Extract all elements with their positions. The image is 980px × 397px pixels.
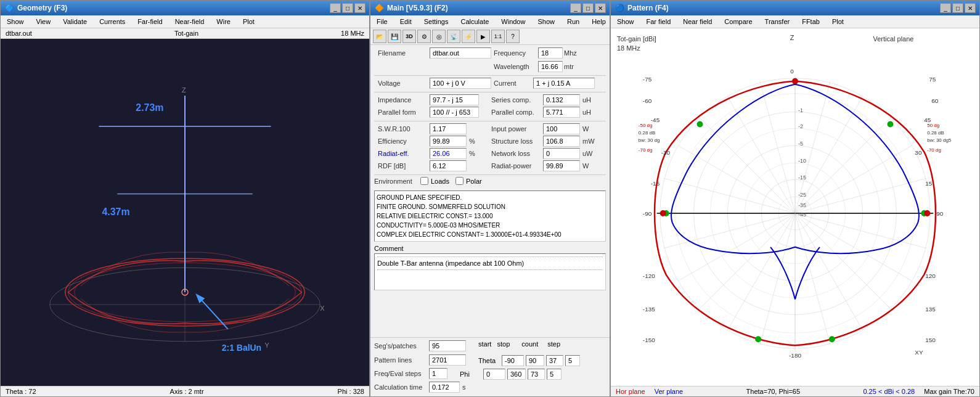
- series-comp-unit: uH: [582, 96, 598, 104]
- wavelength-input[interactable]: [538, 61, 563, 72]
- svg-text:-50 dg: -50 dg: [639, 123, 653, 128]
- svg-text:Z: Z: [182, 86, 186, 94]
- swr-label: S.W.R.100: [378, 125, 427, 133]
- toolbar-ratio[interactable]: 1:1: [491, 30, 505, 43]
- geometry-window-icon: 🔷: [4, 3, 14, 13]
- toolbar-run[interactable]: ▶: [476, 30, 490, 43]
- restore-button[interactable]: □: [342, 3, 353, 13]
- voltage-input[interactable]: [430, 78, 491, 89]
- freq-eval-input[interactable]: [429, 368, 447, 379]
- rdf-input[interactable]: [430, 160, 467, 171]
- pat-menu-transfer[interactable]: Transfer: [761, 17, 794, 27]
- hor-plane-label: Hor plane: [616, 388, 645, 395]
- phi-stop[interactable]: [507, 369, 526, 380]
- pattern-canvas[interactable]: Tot-gain [dBi] 18 MHz Vertical plane Z: [611, 28, 979, 386]
- main-close[interactable]: ✕: [595, 3, 606, 13]
- current-input[interactable]: [533, 78, 595, 89]
- loads-checkbox[interactable]: [420, 177, 428, 185]
- toolbar-calc[interactable]: ⚙: [417, 30, 431, 43]
- toolbar-save[interactable]: 💾: [388, 30, 401, 43]
- pat-menu-fftab[interactable]: FFtab: [798, 17, 823, 27]
- main-menu-edit[interactable]: Edit: [396, 17, 415, 27]
- svg-point-52: [792, 78, 798, 84]
- main-title: Main [V5.9.3] (F2): [387, 4, 448, 12]
- series-comp-input[interactable]: [543, 94, 580, 105]
- radiat-power-input[interactable]: [543, 160, 580, 171]
- theta-count[interactable]: [546, 355, 563, 366]
- toolbar-help[interactable]: ?: [506, 30, 520, 43]
- svg-text:135: 135: [925, 306, 936, 313]
- phi-start[interactable]: [483, 369, 505, 380]
- main-menu-file[interactable]: File: [373, 17, 391, 27]
- pattern-close[interactable]: ✕: [965, 3, 976, 13]
- geo-menu-validate[interactable]: Validate: [59, 17, 91, 27]
- pat-menu-compare[interactable]: Compare: [721, 17, 756, 27]
- theta-phi-label: Theta=70, Phi=65: [746, 388, 800, 395]
- toolbar-3d[interactable]: 3D: [402, 30, 416, 43]
- current-label: Current: [494, 80, 531, 87]
- structure-loss-input[interactable]: [543, 136, 580, 147]
- efficiency-label: Efficiency: [378, 137, 427, 145]
- geo-menu-show[interactable]: Show: [3, 17, 28, 27]
- pat-menu-plot[interactable]: Plot: [828, 17, 847, 27]
- close-button[interactable]: ✕: [354, 3, 365, 13]
- main-menu-window[interactable]: Window: [497, 17, 529, 27]
- polar-checkbox[interactable]: [455, 177, 463, 185]
- phi-step[interactable]: [547, 369, 561, 380]
- pattern-lines-input[interactable]: [429, 354, 466, 366]
- minimize-button[interactable]: _: [330, 3, 341, 13]
- main-menu-help[interactable]: Help: [588, 17, 610, 27]
- radiat-power-unit: W: [582, 162, 598, 170]
- toolbar-open[interactable]: 📂: [373, 30, 386, 43]
- pattern-minimize[interactable]: _: [940, 3, 951, 13]
- geo-menu-currents[interactable]: Currents: [96, 17, 129, 27]
- toolbar-settings[interactable]: ⚡: [462, 30, 475, 43]
- svg-text:2:1 BalUn: 2:1 BalUn: [222, 343, 261, 353]
- radiat-eff-input[interactable]: [430, 148, 467, 159]
- svg-text:18 MHz: 18 MHz: [617, 44, 640, 52]
- efficiency-input[interactable]: [430, 136, 467, 147]
- main-menu-settings[interactable]: Settings: [420, 17, 452, 27]
- geo-axis: Axis : 2 mtr: [170, 388, 204, 395]
- filename-input[interactable]: [430, 47, 491, 59]
- geo-menu-wire[interactable]: Wire: [213, 17, 234, 27]
- main-minimize[interactable]: _: [570, 3, 581, 13]
- svg-point-51: [755, 336, 761, 342]
- phi-count[interactable]: [528, 369, 545, 380]
- toolbar-pattern[interactable]: ◎: [432, 30, 446, 43]
- svg-text:-150: -150: [643, 337, 655, 343]
- theta-stop[interactable]: [526, 355, 544, 366]
- main-window-icon: 🔶: [374, 3, 384, 13]
- toolbar-antenna[interactable]: 📡: [447, 30, 460, 43]
- geo-menu-view[interactable]: View: [33, 17, 55, 27]
- calc-time-input[interactable]: [429, 382, 460, 393]
- pattern-menu-bar: Show Far field Near field Compare Transf…: [611, 15, 979, 28]
- freq-input[interactable]: [538, 47, 563, 59]
- input-power-input[interactable]: [543, 123, 580, 134]
- theta-start[interactable]: [502, 355, 524, 366]
- impedance-input[interactable]: [430, 94, 479, 105]
- geo-menu-nearfield[interactable]: Near-field: [171, 17, 208, 27]
- theta-step[interactable]: [565, 355, 580, 366]
- network-loss-input[interactable]: [543, 148, 580, 159]
- main-menu-show[interactable]: Show: [534, 17, 558, 27]
- pat-menu-nearfield[interactable]: Near field: [679, 17, 716, 27]
- count-label: count: [521, 340, 538, 348]
- geo-menu-plot[interactable]: Plot: [239, 17, 258, 27]
- geo-canvas[interactable]: X Y Z 2.73m 4.37m 2:1 BalUn: [1, 39, 369, 386]
- main-restore[interactable]: □: [582, 3, 594, 13]
- pat-menu-farfield[interactable]: Far field: [643, 17, 675, 27]
- svg-text:Vertical plane: Vertical plane: [873, 35, 914, 43]
- geo-menu-farfield[interactable]: Far-field: [134, 17, 166, 27]
- main-menu-calculate[interactable]: Calculate: [457, 17, 492, 27]
- swr-input[interactable]: [430, 123, 467, 134]
- pat-menu-show[interactable]: Show: [613, 17, 638, 27]
- svg-text:-70 dg: -70 dg: [639, 147, 653, 153]
- parallel-comp-input[interactable]: [543, 107, 580, 118]
- main-menu-run[interactable]: Run: [563, 17, 583, 27]
- svg-text:4.37m: 4.37m: [102, 207, 129, 217]
- theta-label: Theta: [478, 357, 500, 364]
- parallel-form-input[interactable]: [430, 107, 479, 118]
- segs-input[interactable]: [429, 340, 466, 351]
- pattern-restore[interactable]: □: [952, 3, 963, 13]
